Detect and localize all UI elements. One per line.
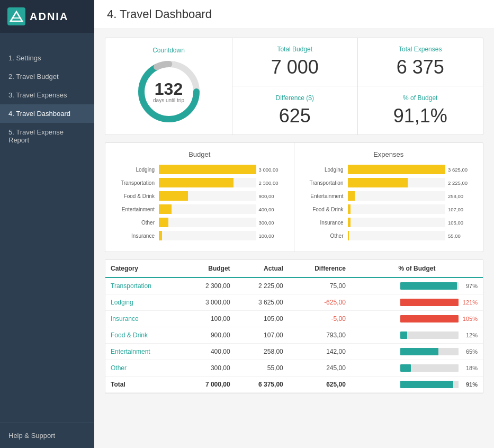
bar-track xyxy=(159,218,256,227)
bar-label: Insurance xyxy=(303,220,348,226)
bar-fill xyxy=(348,165,446,174)
bar-row: Transportation 2 225,00 xyxy=(303,178,475,187)
countdown-center: 132 days until trip xyxy=(153,80,184,103)
bar-track xyxy=(348,231,446,240)
total-expenses-cell: Total Expenses 6 375 xyxy=(358,38,483,86)
sidebar-help-item[interactable]: Help & Support xyxy=(0,423,94,448)
table-total-row: Total 7 000,00 6 375,00 625,00 91% xyxy=(105,377,483,393)
col-actual: Actual xyxy=(236,260,289,277)
cell-total-difference: 625,00 xyxy=(289,377,351,393)
cell-category: Lodging xyxy=(105,294,182,311)
cell-category: Entertainment xyxy=(105,344,182,360)
bar-label: Other xyxy=(114,220,159,226)
sidebar-item-travel-expense-report[interactable]: 5. Travel Expense Report xyxy=(0,123,94,149)
bar-value: 3 625,00 xyxy=(448,167,474,173)
cell-category: Transportation xyxy=(105,277,182,294)
bar-track xyxy=(348,191,446,201)
bar-row: Other 300,00 xyxy=(114,218,285,227)
bar-label: Other xyxy=(303,233,348,239)
bar-track xyxy=(159,191,256,201)
cell-pct: 105% xyxy=(351,311,483,327)
cell-pct: 97% xyxy=(351,277,483,294)
sidebar-item-travel-budget[interactable]: 2. Travel Budget xyxy=(0,67,94,86)
bar-row: Lodging 3 625,00 xyxy=(303,165,475,174)
col-budget: Budget xyxy=(182,260,235,277)
page-title: 4. Travel Dashboard xyxy=(94,0,494,29)
progress-bar-bg xyxy=(400,315,459,322)
cell-total-category: Total xyxy=(105,377,182,393)
expenses-chart-title: Expenses xyxy=(303,150,475,158)
progress-bar-bg xyxy=(400,282,459,290)
dashboard-content: Countdown 132 days until trip Total Budg… xyxy=(94,29,494,402)
sidebar-item-settings[interactable]: 1. Settings xyxy=(0,49,94,67)
bar-fill xyxy=(159,231,162,240)
progress-pct: 18% xyxy=(462,365,478,371)
bar-track xyxy=(159,231,256,240)
progress-bar-bg xyxy=(400,299,459,306)
bar-row: Transportation 2 300,00 xyxy=(114,178,285,187)
bar-label: Food & Drink xyxy=(303,207,348,212)
bar-value: 100,00 xyxy=(259,233,285,239)
budget-chart-title: Budget xyxy=(114,150,285,158)
sidebar-item-travel-dashboard[interactable]: 4. Travel Dashboard xyxy=(0,104,94,123)
bar-label: Entertainment xyxy=(303,193,348,199)
progress-bar-bg xyxy=(400,348,459,355)
pct-budget-label: % of Budget xyxy=(403,94,437,102)
bar-label: Lodging xyxy=(114,167,159,173)
cell-category: Food & Drink xyxy=(105,327,182,344)
bar-fill xyxy=(348,231,349,240)
bar-row: Insurance 100,00 xyxy=(114,231,285,240)
bar-row: Other 55,00 xyxy=(303,231,475,240)
bar-value: 55,00 xyxy=(448,233,474,239)
bar-value: 107,00 xyxy=(448,207,474,212)
bar-track xyxy=(159,165,256,174)
bar-fill xyxy=(159,165,256,174)
bar-track xyxy=(348,178,446,187)
sidebar-nav: 1. Settings2. Travel Budget3. Travel Exp… xyxy=(0,33,94,423)
bar-row: Insurance 105,00 xyxy=(303,218,475,227)
difference-cell: Difference ($) 625 xyxy=(232,86,358,135)
bar-label: Lodging xyxy=(303,167,348,173)
cell-budget: 3 000,00 xyxy=(182,294,235,311)
difference-value: 625 xyxy=(279,105,311,127)
svg-rect-0 xyxy=(7,7,25,25)
cell-difference: -5,00 xyxy=(289,311,351,327)
cell-difference: 142,00 xyxy=(289,344,351,360)
table-row: Transportation 2 300,00 2 225,00 75,00 9… xyxy=(105,277,483,294)
bar-value: 300,00 xyxy=(259,220,285,226)
countdown-donut: 132 days until trip xyxy=(134,57,203,126)
expenses-bars: Lodging 3 625,00 Transportation 2 225,00… xyxy=(303,165,475,240)
countdown-sub: days until trip xyxy=(153,97,184,103)
bar-track xyxy=(348,218,446,227)
col-category: Category xyxy=(105,260,182,277)
total-expenses-label: Total Expenses xyxy=(399,46,442,53)
bar-label: Insurance xyxy=(114,233,159,239)
budget-table: Category Budget Actual Difference % of B… xyxy=(105,260,483,393)
table-body: Transportation 2 300,00 2 225,00 75,00 9… xyxy=(105,277,483,393)
sidebar-item-travel-expenses[interactable]: 3. Travel Expenses xyxy=(0,86,94,104)
cell-actual: 55,00 xyxy=(236,360,289,377)
table-section: Category Budget Actual Difference % of B… xyxy=(105,259,483,393)
bar-row: Entertainment 400,00 xyxy=(114,204,285,214)
bar-track xyxy=(348,165,446,174)
cell-actual: 3 625,00 xyxy=(236,294,289,311)
bar-label: Transportation xyxy=(303,180,348,186)
table-row: Insurance 100,00 105,00 -5,00 105% xyxy=(105,311,483,327)
bar-row: Lodging 3 000,00 xyxy=(114,165,285,174)
bar-value: 2 300,00 xyxy=(259,180,285,186)
cell-actual: 107,00 xyxy=(236,327,289,344)
bar-track xyxy=(159,178,256,187)
bar-value: 400,00 xyxy=(259,207,285,212)
expenses-chart: Expenses Lodging 3 625,00 Transportation… xyxy=(294,143,483,252)
cell-pct: 18% xyxy=(351,360,483,377)
progress-bar-fill xyxy=(400,331,407,339)
pct-budget-cell: % of Budget 91,1% xyxy=(358,86,483,135)
total-expenses-value: 6 375 xyxy=(397,56,444,78)
cell-budget: 300,00 xyxy=(182,360,235,377)
cell-budget: 900,00 xyxy=(182,327,235,344)
bar-row: Entertainment 258,00 xyxy=(303,191,475,201)
adnia-logo-icon xyxy=(7,7,25,25)
progress-bar-fill xyxy=(400,364,411,372)
col-pct: % of Budget xyxy=(351,260,483,277)
cell-total-pct: 91% xyxy=(351,377,483,393)
